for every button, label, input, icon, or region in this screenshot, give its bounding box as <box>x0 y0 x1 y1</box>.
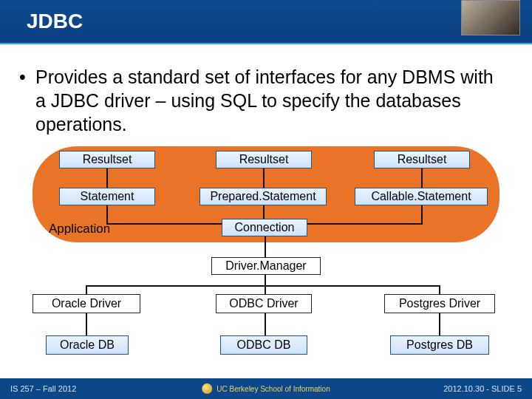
footer-left: IS 257 – Fall 2012 <box>10 384 76 393</box>
connector <box>263 168 265 188</box>
connector <box>439 285 440 294</box>
box-prepared-statement: Prepared.Statement <box>200 188 327 205</box>
box-oracle-driver: Oracle Driver <box>33 294 140 313</box>
connector <box>263 205 265 219</box>
connector <box>265 275 266 285</box>
connector <box>307 223 423 225</box>
connector <box>86 285 440 287</box>
box-driver-manager: Driver.Manager <box>211 257 321 275</box>
ischool-logo-icon <box>202 383 212 394</box>
corner-photo <box>461 0 520 35</box>
connector <box>86 313 87 335</box>
box-oracle-db: Oracle DB <box>46 335 129 355</box>
connector <box>265 236 266 257</box>
connector <box>265 313 266 335</box>
title-bar: JDBC <box>0 0 532 43</box>
box-odbc-driver: ODBC Driver <box>216 294 312 313</box>
connector <box>265 285 266 294</box>
bullet-text: Provides a standard set of interfaces fo… <box>35 65 502 136</box>
box-odbc-db: ODBC DB <box>220 335 307 355</box>
box-resultset-1: Resultset <box>59 151 155 168</box>
box-resultset-3: Resultset <box>374 151 470 168</box>
box-postgres-driver: Postgres Driver <box>384 294 495 313</box>
connector <box>421 168 423 188</box>
jdbc-diagram: Resultset Resultset Resultset Statement … <box>30 146 502 368</box>
connector <box>106 168 108 188</box>
box-callable-statement: Callable.Statement <box>355 188 488 205</box>
footer-affiliation-text: UC Berkeley School of Information <box>216 385 330 393</box>
connector <box>106 223 222 225</box>
box-connection: Connection <box>222 219 307 236</box>
connector <box>106 205 108 223</box>
connector <box>439 313 440 335</box>
box-statement: Statement <box>59 188 155 205</box>
slide: JDBC Provides a standard set of interfac… <box>0 0 532 399</box>
footer-affiliation: UC Berkeley School of Information <box>202 383 330 394</box>
bullet-block: Provides a standard set of interfaces fo… <box>0 44 532 142</box>
connector <box>421 205 423 223</box>
connector <box>86 285 87 294</box>
footer-right: 2012.10.30 - SLIDE 5 <box>443 384 522 393</box>
application-label: Application <box>49 222 110 236</box>
slide-title: JDBC <box>27 10 83 33</box>
footer-bar: IS 257 – Fall 2012 UC Berkeley School of… <box>0 378 532 399</box>
box-resultset-2: Resultset <box>216 151 312 168</box>
box-postgres-db: Postgres DB <box>390 335 489 355</box>
